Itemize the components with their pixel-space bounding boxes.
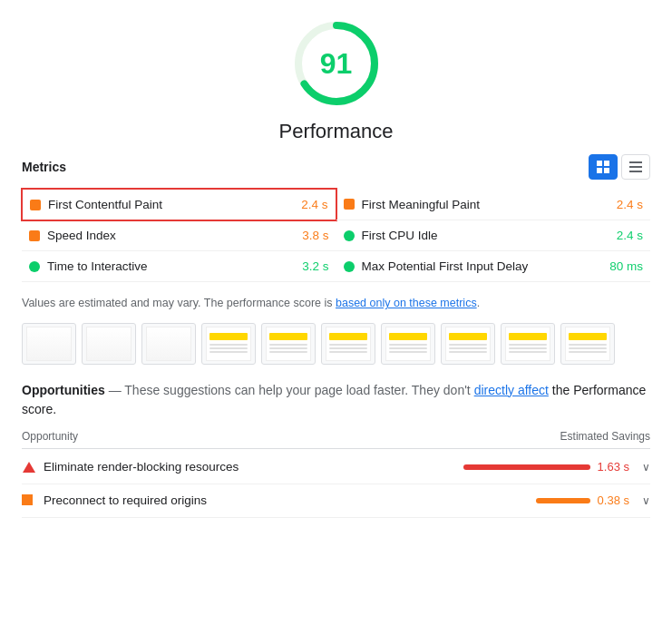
opp-col-savings: Estimated Savings	[560, 430, 650, 443]
thumbnails-strip	[22, 323, 650, 365]
metric-dot-si	[29, 230, 40, 241]
metric-row-si: Speed Index3.8 s	[22, 220, 336, 251]
score-circle: 91	[291, 18, 382, 109]
score-value: 91	[320, 47, 353, 81]
metric-dot-fcp	[30, 200, 41, 210]
opp-name-preconnect: Preconnect to required origins	[44, 493, 536, 507]
opp-header-bold: Opportunities	[22, 383, 105, 397]
list-icon	[629, 161, 642, 172]
thumbnail-7[interactable]	[441, 323, 495, 365]
opp-expand-eliminate-render-blocking[interactable]: ∨	[642, 461, 650, 474]
score-section: 91 Performance	[22, 18, 650, 143]
notice-text2: .	[477, 297, 480, 309]
metric-row-fcp: First Contentful Paint2.4 s	[21, 188, 337, 221]
opp-header-gray: — These suggestions can help your page l…	[105, 383, 474, 397]
opp-icon-preconnect	[22, 493, 36, 508]
metric-value-fmp: 2.4 s	[617, 198, 643, 211]
metrics-title: Metrics	[22, 160, 66, 174]
metric-dot-mpfid	[344, 261, 355, 272]
thumbnail-9[interactable]	[560, 323, 615, 365]
opp-savings-preconnect: 0.38 s	[598, 493, 629, 507]
metric-value-tti: 3.2 s	[302, 259, 328, 273]
thumbnail-4[interactable]	[261, 323, 316, 365]
metric-name-si: Speed Index	[47, 229, 295, 242]
opp-item-eliminate-render-blocking[interactable]: Eliminate render-blocking resources1.63 …	[22, 451, 650, 484]
thumbnail-1[interactable]	[82, 323, 136, 365]
directly-affect-link[interactable]: directly affect	[474, 383, 549, 397]
svg-marker-9	[23, 462, 35, 473]
opp-col-opportunity: Opportunity	[22, 430, 78, 443]
metric-row-tti: Time to Interactive3.2 s	[22, 251, 336, 282]
performance-title: Performance	[279, 120, 394, 143]
opp-bar-preconnect	[536, 498, 590, 503]
metric-name-mpfid: Max Potential First Input Delay	[362, 259, 603, 273]
metrics-link[interactable]: based only on these metrics	[336, 297, 477, 309]
metrics-grid: First Contentful Paint2.4 sFirst Meaning…	[22, 189, 650, 282]
metric-name-fmp: First Meaningful Paint	[362, 198, 609, 211]
metric-row-mpfid: Max Potential First Input Delay80 ms	[336, 251, 651, 282]
metric-dot-tti	[29, 261, 40, 272]
svg-rect-10	[22, 494, 33, 505]
opp-bar-container-eliminate-render-blocking: 1.63 s∨	[463, 460, 650, 474]
opp-item-preconnect[interactable]: Preconnect to required origins0.38 s∨	[22, 484, 650, 518]
opportunities-list: Eliminate render-blocking resources1.63 …	[22, 451, 650, 518]
thumbnail-3[interactable]	[201, 323, 256, 365]
opportunities-header: Opportunities — These suggestions can he…	[22, 381, 650, 419]
thumbnail-0[interactable]	[22, 323, 76, 365]
thumbnail-8[interactable]	[501, 323, 555, 365]
metric-value-fcp: 2.4 s	[301, 198, 327, 211]
svg-rect-7	[629, 166, 642, 168]
svg-rect-3	[604, 161, 609, 166]
metric-dot-fmp	[344, 199, 355, 210]
metric-row-fmp: First Meaningful Paint2.4 s	[336, 189, 651, 220]
svg-rect-6	[629, 161, 642, 163]
svg-rect-8	[629, 171, 642, 172]
opp-bar-container-preconnect: 0.38 s∨	[536, 493, 650, 507]
svg-rect-5	[604, 168, 609, 173]
metric-value-fci: 2.4 s	[617, 229, 643, 242]
metric-name-fcp: First Contentful Paint	[48, 198, 294, 211]
opp-name-eliminate-render-blocking: Eliminate render-blocking resources	[44, 460, 463, 474]
thumbnail-6[interactable]	[381, 323, 435, 365]
svg-rect-4	[597, 168, 602, 173]
opp-expand-preconnect[interactable]: ∨	[642, 494, 650, 507]
metric-name-tti: Time to Interactive	[47, 259, 295, 273]
metrics-notice: Values are estimated and may vary. The p…	[22, 295, 650, 312]
opp-table-header: Opportunity Estimated Savings	[22, 425, 650, 449]
opp-bar-eliminate-render-blocking	[463, 464, 590, 470]
grid-icon	[597, 161, 609, 173]
metric-value-si: 3.8 s	[302, 229, 328, 242]
thumbnail-2[interactable]	[141, 323, 196, 365]
list-view-button[interactable]	[621, 154, 650, 180]
opp-icon-eliminate-render-blocking	[22, 460, 36, 474]
grid-view-button[interactable]	[589, 154, 618, 180]
view-toggle	[589, 154, 650, 180]
notice-text1: Values are estimated and may vary. The p…	[22, 297, 336, 309]
metrics-header: Metrics	[22, 154, 650, 180]
thumbnail-5[interactable]	[321, 323, 375, 365]
metric-value-mpfid: 80 ms	[609, 259, 643, 273]
metric-row-fci: First CPU Idle2.4 s	[336, 220, 651, 251]
svg-rect-2	[597, 161, 602, 166]
opp-savings-eliminate-render-blocking: 1.63 s	[598, 460, 629, 474]
metric-name-fci: First CPU Idle	[362, 229, 609, 242]
metric-dot-fci	[344, 230, 355, 241]
